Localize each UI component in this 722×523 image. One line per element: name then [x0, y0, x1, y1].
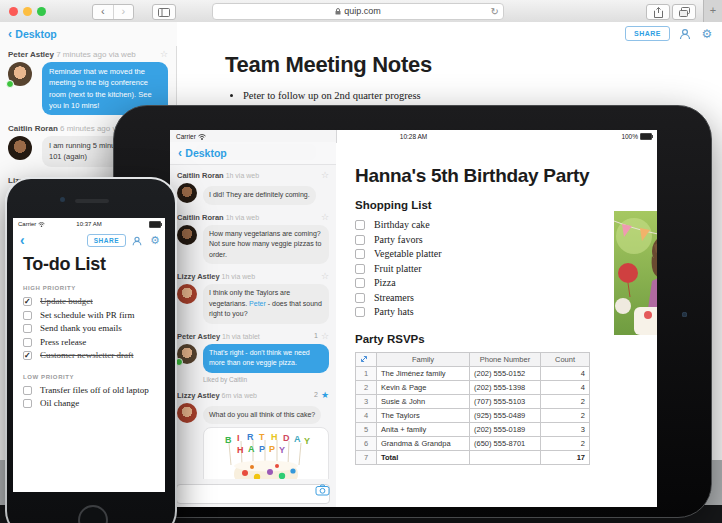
star-icon[interactable]	[321, 390, 329, 400]
cell[interactable]: (925) 555-0489	[470, 408, 541, 422]
checkbox[interactable]	[23, 399, 32, 408]
contacts-icon[interactable]	[678, 27, 692, 41]
checkbox[interactable]	[355, 307, 365, 317]
column-header[interactable]: Phone Number	[470, 352, 541, 366]
star-icon[interactable]	[321, 170, 329, 180]
gear-icon[interactable]: ⚙	[149, 234, 161, 246]
column-header[interactable]: Family	[377, 352, 470, 366]
desktop-back-link[interactable]: Desktop	[170, 142, 336, 164]
checkbox[interactable]	[355, 293, 365, 303]
checklist-item[interactable]: Streamers	[355, 292, 473, 307]
document-title[interactable]: Team Meeting Notes	[225, 52, 722, 78]
document-area[interactable]: To-do List HIGH PRIORITY Update budget S…	[23, 254, 159, 412]
cell[interactable]: The Jiménez family	[377, 366, 470, 380]
cell[interactable]: 4	[541, 380, 590, 394]
checklist-item[interactable]: Send thank you emails	[23, 323, 163, 337]
checkbox[interactable]	[23, 297, 32, 306]
avatar[interactable]	[8, 62, 32, 86]
birthday-cake-image[interactable]: BIRTHDAYHAPPY	[203, 427, 329, 479]
tab-overview-button[interactable]	[672, 4, 696, 20]
cell[interactable]: Kevin & Page	[377, 380, 470, 394]
gear-icon[interactable]: ⚙	[700, 27, 714, 41]
checklist-item[interactable]: Update budget	[23, 296, 163, 310]
url-bar[interactable]: quip.com ↻	[212, 3, 504, 20]
cell[interactable]: (202) 555-0152	[470, 366, 541, 380]
star-icon[interactable]	[160, 49, 168, 59]
cell[interactable]: (650) 555-8701	[470, 436, 541, 450]
mention-link[interactable]: Peter	[249, 300, 266, 307]
cell[interactable]: 3	[541, 422, 590, 436]
sidebar-toggle-button[interactable]	[152, 4, 176, 20]
message-input[interactable]	[176, 484, 330, 504]
new-tab-button[interactable]: +	[703, 0, 722, 22]
cell[interactable]: 2	[541, 436, 590, 450]
cell[interactable]: 2	[541, 408, 590, 422]
bullet-item[interactable]: Peter to follow up on 2nd quarter progre…	[243, 90, 722, 101]
checklist-item[interactable]: Oil change	[23, 398, 163, 412]
avatar[interactable]	[177, 284, 197, 304]
avatar[interactable]	[177, 344, 197, 364]
cell[interactable]: Anita + family	[377, 422, 470, 436]
message-author[interactable]: Caitlin Roran	[177, 213, 224, 222]
message-author[interactable]: Lizzy Astley	[177, 391, 220, 400]
back-chevron[interactable]	[20, 232, 25, 248]
contacts-icon[interactable]	[131, 235, 143, 247]
minimize-window-button[interactable]	[23, 7, 32, 16]
cell[interactable]: 17	[541, 450, 590, 464]
checkbox[interactable]	[23, 386, 32, 395]
checklist-item[interactable]: Set schedule with PR firm	[23, 310, 163, 324]
cell[interactable]: Total	[377, 450, 470, 464]
checklist-item[interactable]: Birthday cake	[355, 219, 473, 234]
star-icon[interactable]	[321, 212, 329, 222]
checkbox[interactable]	[355, 249, 365, 259]
checklist-item[interactable]: Transfer files off of old laptop	[23, 385, 163, 399]
camera-icon[interactable]	[315, 484, 331, 496]
cell[interactable]: Grandma & Grandpa	[377, 436, 470, 450]
browser-share-button[interactable]	[646, 4, 670, 20]
checkbox[interactable]	[23, 351, 32, 360]
avatar[interactable]	[177, 403, 197, 423]
cell[interactable]: The Taylors	[377, 408, 470, 422]
checkbox[interactable]	[23, 311, 32, 320]
message-author[interactable]: Lizzy Astley	[177, 272, 220, 281]
checklist-item[interactable]: Customer newsletter draft	[23, 350, 163, 364]
forward-button[interactable]: ›	[113, 5, 134, 19]
document-area[interactable]: Hanna's 5th Birthday Party Shopping List…	[336, 143, 657, 507]
home-button[interactable]	[78, 505, 108, 523]
message-author[interactable]: Peter Astley	[8, 50, 54, 59]
cell[interactable]	[470, 450, 541, 464]
rsvp-heading[interactable]: Party RSVPs	[355, 333, 657, 345]
column-header[interactable]: Count	[541, 352, 590, 366]
checklist-item[interactable]: Party favors	[355, 234, 473, 249]
reload-icon[interactable]: ↻	[491, 4, 499, 19]
message-list[interactable]: Caitlin Roran 1h via web I did! They are…	[170, 164, 336, 479]
checklist-item[interactable]: Vegetable platter	[355, 248, 473, 263]
document-title[interactable]: Hanna's 5th Birthday Party	[355, 165, 657, 187]
star-icon[interactable]	[321, 271, 329, 281]
share-button[interactable]: SHARE	[625, 26, 670, 41]
cell[interactable]: (707) 555-5103	[470, 394, 541, 408]
checkbox[interactable]	[23, 324, 32, 333]
document-title[interactable]: To-do List	[23, 254, 159, 275]
message-author[interactable]: Caitlin Roran	[177, 171, 224, 180]
cell[interactable]: Susie & John	[377, 394, 470, 408]
cell[interactable]: 2	[541, 394, 590, 408]
cell[interactable]: (202) 555-0189	[470, 422, 541, 436]
checkbox[interactable]	[355, 220, 365, 230]
message-author[interactable]: Peter Astley	[177, 332, 220, 341]
checkbox[interactable]	[23, 338, 32, 347]
checklist-item[interactable]: Fruit platter	[355, 263, 473, 278]
checklist-item[interactable]: Press release	[23, 337, 163, 351]
cell[interactable]: (202) 555-1398	[470, 380, 541, 394]
desktop-back-link[interactable]: Desktop	[0, 22, 177, 46]
star-icon[interactable]	[321, 331, 329, 341]
cell[interactable]: 4	[541, 366, 590, 380]
checkbox[interactable]	[355, 278, 365, 288]
avatar[interactable]	[177, 225, 197, 245]
checkbox[interactable]	[355, 264, 365, 274]
avatar[interactable]	[177, 183, 197, 203]
avatar[interactable]	[8, 136, 32, 160]
checklist-item[interactable]: Pizza	[355, 277, 473, 292]
back-button[interactable]: ‹	[93, 5, 113, 19]
share-button[interactable]: SHARE	[87, 234, 126, 247]
